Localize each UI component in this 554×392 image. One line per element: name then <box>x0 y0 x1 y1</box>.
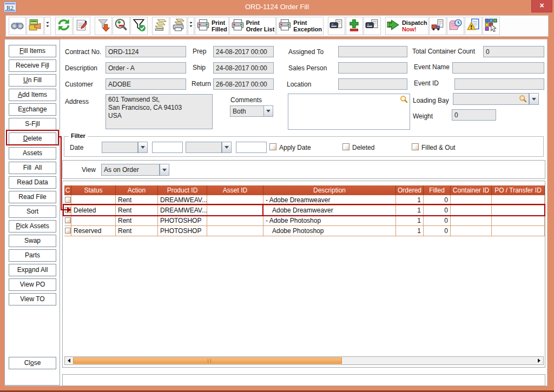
table-row[interactable]: RentPHOTOSHOP- Adobe Photoshop10 <box>64 216 545 226</box>
row-checkbox[interactable] <box>65 228 71 234</box>
cascade-button[interactable] <box>152 17 169 35</box>
sidebar-button-pick-assets[interactable]: Pick Assets <box>9 220 56 232</box>
color-grid-button[interactable] <box>483 17 500 35</box>
pick-fill-button[interactable] <box>27 17 44 35</box>
row-checkbox[interactable] <box>65 197 71 203</box>
column-header-ordered[interactable]: Ordered <box>396 185 424 195</box>
comments-mode-dropdown-button[interactable] <box>263 105 273 117</box>
filter-apply-button[interactable] <box>130 17 148 35</box>
address-field[interactable]: 601 Townsend St, San Francisco, CA 94103… <box>105 94 213 129</box>
view-combo[interactable]: As on Order <box>101 164 160 176</box>
sidebar-button-assets[interactable]: Assets <box>9 147 56 160</box>
chevrons-icon <box>45 18 50 34</box>
sidebar-button-parts[interactable]: Parts <box>9 249 56 262</box>
sidebar-button-exchange[interactable]: Exchange <box>9 103 56 116</box>
dispatch-truck-icon <box>387 18 401 34</box>
dispatch-now-button[interactable]: DispatchNow! <box>385 17 428 35</box>
cascade-print-button[interactable] <box>170 17 187 35</box>
column-header-status[interactable]: Status <box>71 185 116 195</box>
cell-check <box>64 216 71 226</box>
location-field[interactable] <box>338 78 407 90</box>
zoom-button[interactable] <box>113 17 130 35</box>
notepad-icon <box>75 18 89 34</box>
return-date-field[interactable]: 26-08-2017 00:00 <box>213 78 274 90</box>
prep-date-field[interactable]: 24-08-2017 00:00 <box>213 46 274 57</box>
event-name-field[interactable] <box>452 62 544 74</box>
filter-down-button[interactable] <box>95 17 112 35</box>
date-from-combo[interactable] <box>102 142 138 153</box>
edit-notes-button[interactable] <box>73 17 90 35</box>
horizontal-scrollbar[interactable] <box>64 356 544 365</box>
weight-field[interactable]: 0 <box>452 109 496 121</box>
pick-fill-dropdown[interactable] <box>44 17 51 35</box>
column-header-container_id[interactable]: Container ID <box>451 185 492 195</box>
column-header-check[interactable]: C <box>64 185 71 195</box>
column-header-asset_id[interactable]: Asset ID <box>207 185 263 195</box>
checkbox-deleted[interactable] <box>342 143 349 150</box>
sidebar-button-view-to[interactable]: View TO <box>9 293 56 305</box>
date-to-time-field[interactable] <box>236 142 267 153</box>
cascade-print-dropdown[interactable] <box>188 17 194 35</box>
event-name-label: Event Name <box>414 63 450 71</box>
column-header-action[interactable]: Action <box>116 185 158 195</box>
schedule-button[interactable] <box>447 17 464 35</box>
column-header-po_transfer_id[interactable]: PO / Transfer ID <box>492 185 545 195</box>
checkbox-filled-out[interactable] <box>412 143 419 150</box>
date-from-time-field[interactable] <box>152 142 183 153</box>
sidebar-button-swap[interactable]: Swap <box>9 235 56 247</box>
sidebar-button-receive-fill[interactable]: Receive Fill <box>9 59 56 72</box>
return-label: Return <box>192 80 211 88</box>
sales-person-field[interactable] <box>338 62 407 74</box>
loading-bay-search-icon[interactable] <box>519 95 527 103</box>
sidebar-button-s-fill[interactable]: S-Fill <box>9 118 56 130</box>
row-checkbox[interactable] <box>65 217 71 223</box>
comments-text-area[interactable] <box>288 94 410 130</box>
contract-field[interactable]: ORD-1124 <box>105 46 186 57</box>
sidebar-button-close[interactable]: Close <box>9 357 56 369</box>
view-dropdown-button[interactable] <box>160 164 169 176</box>
print-order-list-button[interactable]: PrintOrder List <box>229 17 276 35</box>
scan-document-button[interactable] <box>328 17 345 35</box>
sidebar-button-fill-items[interactable]: Fill Items <box>9 45 56 57</box>
date-to-dropdown-button[interactable] <box>222 142 232 153</box>
assigned-to-field[interactable] <box>338 46 407 57</box>
print-filled-button[interactable]: PrintFilled <box>195 17 229 35</box>
comments-mode-combo[interactable]: Both <box>230 105 264 117</box>
truck-doc-icon <box>431 18 445 34</box>
scroll-right-button[interactable] <box>536 357 543 364</box>
loading-bay-field[interactable] <box>453 93 529 105</box>
scrollbar-thumb[interactable] <box>73 357 342 364</box>
print-exception-button[interactable]: PrintException <box>276 17 324 35</box>
sidebar-button-fill-all[interactable]: Fill All <box>9 162 56 174</box>
refresh-button[interactable] <box>55 17 72 35</box>
column-header-description[interactable]: Description <box>263 185 396 195</box>
customer-field[interactable]: ADOBE <box>105 78 186 90</box>
sidebar-button-read-file[interactable]: Read File <box>9 191 56 203</box>
add-remove-button[interactable] <box>346 17 363 35</box>
sidebar-button-read-data[interactable]: Read Data <box>9 176 56 189</box>
table-row[interactable]: ReservedRentPHOTOSHOPAdobe Photoshop10 <box>64 226 545 236</box>
find-button[interactable] <box>9 17 26 35</box>
weight-label: Weight <box>413 112 433 120</box>
column-header-product_id[interactable]: Product ID <box>158 185 207 195</box>
date-from-dropdown-button[interactable] <box>138 142 148 153</box>
event-id-field[interactable] <box>454 78 544 90</box>
sidebar-button-view-po[interactable]: View PO <box>9 278 56 291</box>
sidebar-button-add-items[interactable]: Add Items <box>9 89 56 101</box>
sidebar-button-un-fill[interactable]: Un Fill <box>9 74 56 87</box>
date-to-combo[interactable] <box>186 142 222 153</box>
scroll-left-button[interactable] <box>65 357 72 364</box>
sidebar-button-expand-all[interactable]: Expand All <box>9 264 56 276</box>
scan-document-alt-button[interactable] <box>364 17 381 35</box>
comments-search-icon[interactable] <box>400 95 408 103</box>
total-container-count-field[interactable]: 0 <box>483 46 544 57</box>
close-button[interactable]: × <box>531 0 552 12</box>
description-field[interactable]: Order - A <box>105 62 186 74</box>
checkbox-apply-date[interactable] <box>269 143 276 150</box>
exception-alert-button[interactable] <box>465 17 482 35</box>
column-header-filled[interactable]: Filled <box>424 185 451 195</box>
sidebar-button-sort[interactable]: Sort <box>9 205 56 218</box>
loading-bay-dropdown-button[interactable] <box>529 93 539 105</box>
ship-date-field[interactable]: 24-08-2017 00:00 <box>213 62 274 74</box>
truck-document-button[interactable] <box>429 17 446 35</box>
